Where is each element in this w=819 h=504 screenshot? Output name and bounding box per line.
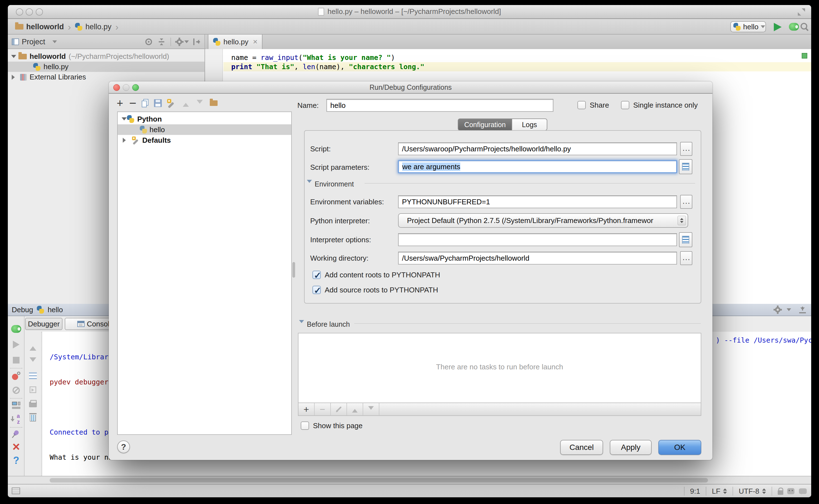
move-down-button[interactable] (194, 97, 205, 109)
debug-button[interactable] (789, 23, 799, 31)
line-separator[interactable]: LF (712, 487, 720, 496)
inspection-status-indicator[interactable] (802, 53, 807, 59)
content-roots-checkbox[interactable] (312, 271, 321, 279)
tab-debugger[interactable]: Debugger (25, 318, 62, 330)
single-instance-checkbox[interactable] (621, 101, 629, 109)
collapse-all-icon[interactable] (158, 38, 165, 45)
stop-button[interactable] (11, 355, 21, 365)
resume-button[interactable] (11, 340, 21, 350)
sort-alphabetically-button[interactable] (11, 414, 21, 424)
file-encoding[interactable]: UTF-8 (739, 487, 759, 496)
help-button[interactable]: ? (117, 440, 130, 453)
tree-group-label: Python (137, 115, 162, 123)
print-button[interactable] (28, 399, 38, 409)
minimize-panel-icon[interactable] (799, 306, 806, 313)
add-configuration-button[interactable]: + (114, 97, 125, 109)
tree-row-external-libraries[interactable]: External Libraries (8, 72, 204, 82)
environment-section-header[interactable]: Environment (307, 180, 354, 188)
tree-row-hello-config[interactable]: hello (118, 124, 291, 135)
tree-file-name: hello.py (43, 62, 69, 71)
soft-wrap-button[interactable] (28, 371, 38, 381)
working-directory-field[interactable]: /Users/swa/PycharmProjects/helloworld (398, 252, 677, 265)
script-browse-button[interactable]: … (680, 142, 692, 156)
close-debug-button[interactable] (11, 442, 21, 452)
hide-panel-icon[interactable] (193, 38, 200, 45)
environment-variables-label: Environment variables: (310, 195, 384, 208)
close-tab-icon[interactable]: × (253, 37, 257, 46)
before-launch-toolbar: + − (298, 403, 701, 416)
run-button[interactable] (774, 23, 782, 31)
source-roots-checkbox[interactable] (312, 286, 321, 294)
tree-row-defaults[interactable]: Defaults (118, 135, 291, 146)
project-panel-header[interactable]: Project (8, 35, 205, 49)
tool-window-toggle-icon[interactable] (12, 488, 20, 494)
collapsed-caret-icon[interactable] (12, 75, 17, 80)
create-folder-button[interactable] (208, 97, 219, 109)
gear-icon[interactable] (176, 38, 183, 45)
run-configuration-select[interactable]: hello (730, 21, 766, 32)
add-task-button[interactable]: + (298, 403, 315, 415)
rerun-debug-button[interactable] (11, 324, 21, 334)
external-libraries-label: External Libraries (30, 73, 86, 81)
edit-task-button[interactable] (331, 403, 347, 415)
scrollbar-thumb[interactable] (50, 478, 708, 483)
environment-browse-button[interactable]: … (680, 195, 692, 209)
interpreter-options-field[interactable] (398, 233, 677, 246)
gear-icon[interactable] (774, 306, 781, 313)
move-task-down-button[interactable] (363, 403, 379, 415)
workdir-browse-button[interactable]: … (680, 251, 692, 265)
python-interpreter-select[interactable]: Project Default (Python 2.7.5 (/System/L… (398, 213, 688, 228)
remove-task-button[interactable]: − (315, 403, 331, 415)
save-configuration-button[interactable] (152, 97, 163, 109)
sort-az-icon (12, 415, 20, 423)
expand-parameters-button[interactable] (679, 159, 692, 174)
caret-position[interactable]: 9:1 (690, 487, 700, 496)
down-stack-trace-button[interactable] (28, 356, 38, 366)
feedback-bubble-icon[interactable] (799, 488, 807, 494)
restore-layout-button[interactable] (11, 400, 21, 410)
editor-tab-hello[interactable]: hello.py × (208, 35, 262, 49)
breadcrumb-file[interactable]: hello.py (85, 23, 111, 31)
script-field[interactable]: /Users/swaroop/PycharmProjects/helloworl… (398, 142, 677, 155)
mute-breakpoints-button[interactable] (11, 385, 21, 395)
pin-tab-button[interactable] (11, 429, 21, 439)
debug-help-button[interactable] (11, 455, 21, 466)
breadcrumb-project[interactable]: helloworld (26, 23, 64, 31)
name-field[interactable]: hello (326, 99, 554, 112)
search-everywhere-button[interactable] (801, 23, 810, 32)
scroll-to-end-button[interactable] (28, 385, 38, 395)
copy-configuration-button[interactable] (139, 97, 151, 109)
expanded-caret-icon[interactable] (122, 117, 127, 123)
show-this-page-checkbox[interactable] (301, 421, 309, 430)
hector-inspector-icon[interactable] (787, 488, 794, 494)
horizontal-scrollbar[interactable] (8, 476, 811, 484)
locate-icon[interactable] (145, 38, 152, 45)
dialog-scrollbar-thumb[interactable] (292, 262, 295, 278)
editor-tab-strip: hello.py × (206, 35, 811, 49)
tab-logs[interactable]: Logs (512, 118, 547, 131)
collapsed-caret-icon[interactable] (123, 138, 128, 143)
tree-row-file[interactable]: hello.py (8, 62, 204, 72)
ok-button[interactable]: OK (658, 440, 701, 455)
move-up-button[interactable] (180, 97, 191, 109)
move-task-up-button[interactable] (347, 403, 363, 415)
clear-console-button[interactable] (28, 413, 38, 423)
before-launch-section-header[interactable]: Before launch (299, 320, 350, 328)
share-checkbox[interactable] (578, 101, 586, 109)
tree-row-root[interactable]: helloworld (~/PycharmProjects/helloworld… (8, 51, 204, 62)
bug-icon (789, 23, 799, 31)
remove-configuration-button[interactable]: − (127, 97, 138, 109)
tab-configuration[interactable]: Configuration (458, 118, 512, 131)
expanded-caret-icon[interactable] (11, 55, 16, 60)
apply-button[interactable]: Apply (610, 440, 652, 455)
script-parameters-field[interactable]: we are arguments (398, 160, 677, 173)
tree-row-python-group[interactable]: Python (118, 114, 291, 124)
view-breakpoints-button[interactable] (11, 371, 21, 381)
expand-options-button[interactable] (679, 232, 692, 247)
cancel-button[interactable]: Cancel (560, 440, 603, 455)
fullscreen-icon[interactable] (798, 8, 805, 16)
edit-defaults-button[interactable] (165, 97, 176, 109)
environment-variables-field[interactable]: PYTHONUNBUFFERED=1 (398, 195, 677, 208)
up-stack-trace-button[interactable] (28, 342, 38, 352)
lock-icon[interactable] (778, 490, 783, 495)
